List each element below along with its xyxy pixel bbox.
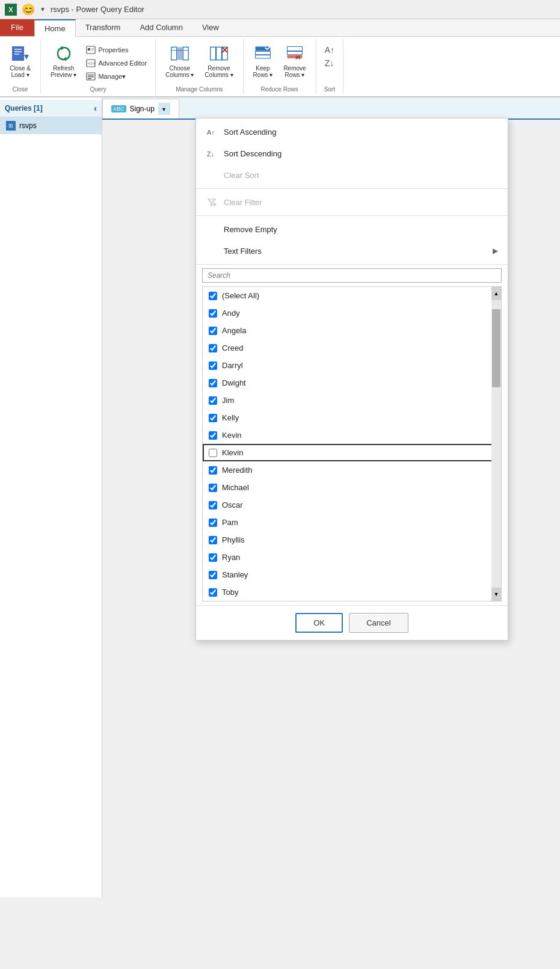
phyllis-checkbox[interactable]: [209, 536, 217, 544]
tab-file[interactable]: File: [0, 19, 34, 36]
ryan-checkbox[interactable]: [209, 553, 217, 562]
scroll-down-button[interactable]: ▼: [491, 588, 501, 601]
tab-add-column[interactable]: Add Column: [130, 19, 192, 36]
tab-view[interactable]: View: [192, 19, 229, 36]
list-item-kevin[interactable]: Kevin: [203, 426, 501, 444]
sort-asc-button[interactable]: A↑: [321, 44, 338, 56]
reduce-rows-group-label: Reduce Rows: [260, 86, 298, 94]
search-input[interactable]: [208, 271, 496, 280]
creed-checkbox[interactable]: [209, 344, 217, 352]
tab-transform[interactable]: Transform: [76, 19, 131, 36]
close-load-button[interactable]: Close &Load ▾: [5, 42, 35, 81]
darryl-checkbox[interactable]: [209, 361, 217, 370]
michael-checkbox[interactable]: [209, 484, 217, 492]
creed-label: Creed: [222, 343, 243, 352]
list-item-darryl[interactable]: Darryl: [203, 357, 501, 374]
svg-rect-6: [88, 48, 90, 51]
list-item-oscar[interactable]: Oscar: [203, 496, 501, 514]
svg-text:</>: </>: [88, 61, 95, 66]
refresh-preview-button[interactable]: RefreshPreview ▾: [46, 42, 81, 81]
manage-button[interactable]: Manage▾: [82, 70, 150, 82]
ribbon: File Home Transform Add Column View: [0, 19, 560, 97]
remove-columns-icon: [209, 44, 229, 63]
list-item-ryan[interactable]: Ryan: [203, 549, 501, 566]
list-item-michael[interactable]: Michael: [203, 479, 501, 496]
svg-rect-28: [256, 51, 271, 54]
remove-rows-button[interactable]: RemoveRows ▾: [278, 42, 310, 81]
keep-rows-button[interactable]: KeepRows ▾: [248, 42, 278, 81]
list-item-jim[interactable]: Jim: [203, 392, 501, 409]
andy-checkbox[interactable]: [209, 309, 217, 318]
properties-button[interactable]: Properties: [82, 44, 150, 56]
sort-desc-icon: Z↓: [206, 147, 218, 159]
query-sub-buttons: Properties </> Advanced Editor: [82, 42, 150, 85]
choose-columns-button[interactable]: ChooseColumns ▾: [161, 42, 198, 81]
tab-dropdown-button[interactable]: ▾: [158, 103, 170, 115]
remove-empty-item[interactable]: Remove Empty: [196, 218, 508, 240]
cancel-button[interactable]: Cancel: [349, 613, 408, 633]
emoji-icon: 😊: [22, 3, 35, 16]
sort-ascending-item[interactable]: A↑ Sort Ascending: [196, 121, 508, 143]
meredith-checkbox[interactable]: [209, 466, 217, 475]
manage-cols-group-label: Manage Columns: [176, 86, 223, 94]
list-item-meredith[interactable]: Meredith: [203, 461, 501, 479]
advanced-editor-button[interactable]: </> Advanced Editor: [82, 57, 150, 69]
sidebar-collapse-button[interactable]: ‹: [94, 103, 97, 113]
filter-dropdown: A↑ Sort Ascending Z↓ Sort Descending Cle…: [195, 118, 508, 641]
clear-sort-icon: [206, 169, 218, 181]
svg-rect-9: [91, 51, 93, 51]
oscar-checkbox[interactable]: [209, 501, 217, 509]
toby-checkbox[interactable]: [209, 588, 217, 597]
remove-columns-button[interactable]: RemoveColumns ▾: [200, 42, 238, 81]
refresh-icon: [54, 44, 73, 63]
tab-type-badge: ABC: [111, 105, 126, 112]
scroll-thumb[interactable]: [492, 309, 500, 387]
sort-asc-icon: A↑: [325, 45, 334, 55]
sidebar-header: Queries [1] ‹: [0, 100, 102, 117]
select-all-checkbox[interactable]: [209, 292, 217, 300]
list-item-klevin[interactable]: Klevin: [203, 444, 501, 461]
list-item-toby[interactable]: Toby: [203, 583, 501, 601]
list-item-dwight[interactable]: Dwight: [203, 374, 501, 392]
klevin-checkbox[interactable]: [209, 449, 217, 457]
ribbon-group-reduce-rows: KeepRows ▾ RemoveRows ▾: [244, 39, 316, 94]
list-item-andy[interactable]: Andy: [203, 304, 501, 322]
kevin-label: Kevin: [222, 431, 242, 440]
query-tab-signup[interactable]: ABC Sign-up ▾: [102, 99, 179, 118]
select-all-item[interactable]: (Select All): [203, 287, 501, 304]
text-filters-item[interactable]: Text Filters ▶: [196, 240, 508, 262]
sort-desc-button[interactable]: Z↓: [321, 57, 338, 69]
svg-rect-15: [88, 78, 91, 79]
list-item-phyllis[interactable]: Phyllis: [203, 531, 501, 549]
tab-home[interactable]: Home: [34, 19, 76, 37]
ribbon-group-manage-columns: ChooseColumns ▾ RemoveCol: [156, 39, 244, 94]
meredith-label: Meredith: [222, 466, 253, 475]
angela-label: Angela: [222, 326, 246, 335]
manage-label: Manage▾: [98, 73, 126, 81]
list-item-angela[interactable]: Angela: [203, 322, 501, 339]
dwight-checkbox[interactable]: [209, 379, 217, 387]
list-item-creed[interactable]: Creed: [203, 339, 501, 357]
svg-rect-7: [91, 48, 94, 49]
sidebar-item-rsvps[interactable]: ⊞ rsvps: [0, 117, 102, 134]
list-item-stanley[interactable]: Stanley: [203, 566, 501, 583]
stanley-checkbox[interactable]: [209, 571, 217, 579]
scroll-up-button[interactable]: ▲: [491, 287, 501, 300]
dropdown-arrow-icon[interactable]: ▼: [40, 6, 46, 13]
list-item-pam[interactable]: Pam: [203, 514, 501, 531]
scrollbar: ▲ ▼: [491, 287, 501, 601]
remove-empty-label: Remove Empty: [224, 225, 277, 234]
sort-descending-item[interactable]: Z↓ Sort Descending: [196, 143, 508, 164]
jim-checkbox[interactable]: [209, 396, 217, 405]
remove-rows-label: RemoveRows ▾: [283, 65, 306, 78]
darryl-label: Darryl: [222, 361, 243, 370]
ok-button[interactable]: OK: [295, 613, 343, 633]
kevin-checkbox[interactable]: [209, 431, 217, 440]
list-item-kelly[interactable]: Kelly: [203, 409, 501, 426]
advanced-editor-label: Advanced Editor: [98, 60, 147, 67]
kelly-checkbox[interactable]: [209, 414, 217, 422]
pam-checkbox[interactable]: [209, 518, 217, 527]
toby-label: Toby: [222, 588, 238, 597]
svg-rect-16: [171, 47, 176, 60]
angela-checkbox[interactable]: [209, 327, 217, 335]
